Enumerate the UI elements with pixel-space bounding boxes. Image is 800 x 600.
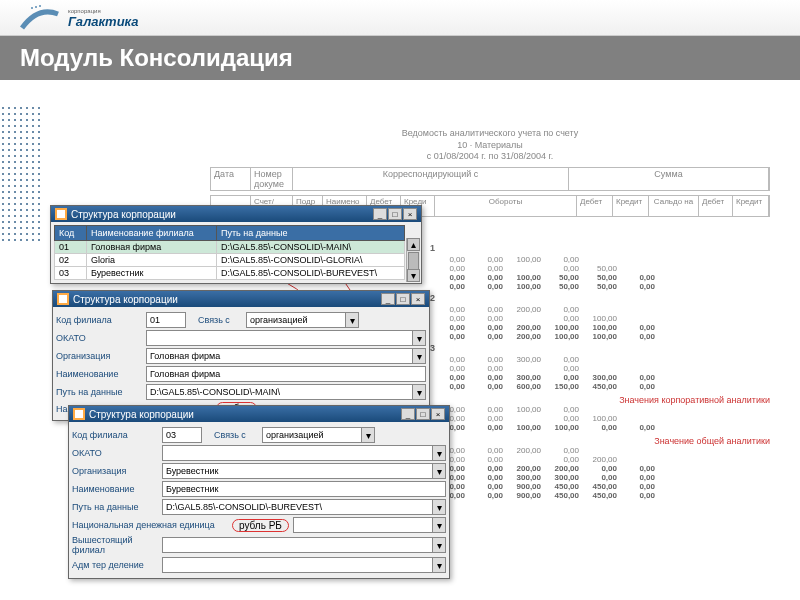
code-input[interactable]: [162, 427, 202, 443]
currency-value: рубль РБ: [232, 519, 289, 532]
svg-rect-4: [57, 210, 65, 218]
dropdown-icon[interactable]: ▾: [432, 499, 446, 515]
minimize-button[interactable]: _: [381, 293, 395, 305]
dropdown-icon[interactable]: ▾: [412, 384, 426, 400]
col-path[interactable]: Путь на данные: [217, 226, 405, 241]
label-path: Путь на данные: [56, 387, 146, 397]
label-code: Код филиала: [56, 315, 146, 325]
scroll-up-icon[interactable]: ▴: [407, 238, 420, 251]
link-input[interactable]: [262, 427, 362, 443]
app-icon: [73, 408, 85, 420]
dropdown-icon[interactable]: ▾: [432, 517, 446, 533]
path-input[interactable]: [146, 384, 413, 400]
label-path: Путь на данные: [72, 502, 162, 512]
svg-point-1: [35, 6, 37, 8]
link-input[interactable]: [246, 312, 346, 328]
label-name: Наименование: [72, 484, 162, 494]
decorative-dots: [0, 105, 40, 245]
dropdown-icon[interactable]: ▾: [412, 330, 426, 346]
name-input[interactable]: [146, 366, 426, 382]
label-adm: Адм тер деление: [72, 560, 162, 570]
svg-rect-6: [59, 295, 67, 303]
col-code[interactable]: Код: [55, 226, 87, 241]
minimize-button[interactable]: _: [401, 408, 415, 420]
maximize-button[interactable]: □: [416, 408, 430, 420]
logo-swoosh-icon: [20, 4, 60, 32]
table-row[interactable]: 01Головная фирмаD:\GAL5.85\-CONSOLID\-MA…: [55, 241, 405, 254]
logo-brand: Галактика: [68, 14, 139, 29]
code-input[interactable]: [146, 312, 186, 328]
okato-input[interactable]: [162, 445, 433, 461]
dropdown-icon[interactable]: ▾: [412, 348, 426, 364]
scroll-down-icon[interactable]: ▾: [407, 269, 420, 282]
close-button[interactable]: ×: [431, 408, 445, 420]
window-branch-01[interactable]: Структура корпорации _ □ × Код филиала С…: [52, 290, 430, 421]
window-structure-list[interactable]: Структура корпорации _ □ × Код Наименова…: [50, 205, 422, 284]
dropdown-icon[interactable]: ▾: [345, 312, 359, 328]
col-sum: Сумма: [569, 168, 769, 190]
path-input[interactable]: [162, 499, 433, 515]
app-icon: [55, 208, 67, 220]
page-title-bar: Модуль Консолидация: [0, 36, 800, 80]
app-icon: [57, 293, 69, 305]
col-corr: Корреспондирующий с: [293, 168, 569, 190]
dropdown-icon[interactable]: ▾: [432, 463, 446, 479]
minimize-button[interactable]: _: [373, 208, 387, 220]
page-title: Модуль Консолидация: [20, 44, 293, 72]
table-row[interactable]: 02GloriaD:\GAL5.85\-CONSOLID\-GLORIA\: [55, 254, 405, 267]
close-button[interactable]: ×: [403, 208, 417, 220]
adm-input[interactable]: [162, 557, 433, 573]
label-org: Организация: [72, 466, 162, 476]
label-okato: ОКАТО: [56, 333, 146, 343]
name-input[interactable]: [162, 481, 446, 497]
label-okato: ОКАТО: [72, 448, 162, 458]
col-num: Номер докуме: [251, 168, 293, 190]
scrollbar[interactable]: ▴ ▾: [406, 238, 420, 282]
label-parent: Вышестоящий филиал: [72, 535, 162, 555]
label-link: Связь с: [214, 430, 262, 440]
maximize-button[interactable]: □: [388, 208, 402, 220]
dropdown-icon[interactable]: ▾: [432, 445, 446, 461]
col-name[interactable]: Наименование филиала: [87, 226, 217, 241]
window-branch-03[interactable]: Структура корпорации _ □ × Код филиала С…: [68, 405, 450, 579]
window-titlebar[interactable]: Структура корпорации _ □ ×: [51, 206, 421, 222]
dropdown-icon[interactable]: ▾: [361, 427, 375, 443]
svg-rect-8: [75, 410, 83, 418]
window-title: Структура корпорации: [73, 294, 381, 305]
svg-point-0: [31, 7, 33, 9]
dropdown-icon[interactable]: ▾: [432, 537, 446, 553]
org-input[interactable]: [162, 463, 433, 479]
svg-point-2: [39, 5, 41, 7]
currency-input[interactable]: [293, 517, 433, 533]
top-bar: корпорация Галактика: [0, 0, 800, 36]
logo: корпорация Галактика: [20, 4, 780, 32]
col-date: Дата: [211, 168, 251, 190]
okato-input[interactable]: [146, 330, 413, 346]
close-button[interactable]: ×: [411, 293, 425, 305]
window-title: Структура корпорации: [71, 209, 373, 220]
report-title-3: с 01/08/2004 г. по 31/08/2004 г.: [210, 151, 770, 163]
label-link: Связь с: [198, 315, 246, 325]
org-input[interactable]: [146, 348, 413, 364]
report-title-1: Ведомость аналитического учета по счету: [210, 128, 770, 140]
dropdown-icon[interactable]: ▾: [432, 557, 446, 573]
label-name: Наименование: [56, 369, 146, 379]
corp-table[interactable]: Код Наименование филиала Путь на данные …: [54, 225, 405, 280]
report-header-row: Дата Номер докуме Корреспондирующий с Су…: [210, 167, 770, 191]
table-row[interactable]: 03БуревестникD:\GAL5.85\-CONSOLID\-BUREV…: [55, 267, 405, 280]
window-title: Структура корпорации: [89, 409, 401, 420]
report-title-2: 10 · Материалы: [210, 140, 770, 152]
label-org: Организация: [56, 351, 146, 361]
maximize-button[interactable]: □: [396, 293, 410, 305]
window-titlebar[interactable]: Структура корпорации _ □ ×: [69, 406, 449, 422]
label-currency: Национальная денежная единица: [72, 520, 232, 530]
window-titlebar[interactable]: Структура корпорации _ □ ×: [53, 291, 429, 307]
parent-input[interactable]: [162, 537, 433, 553]
label-code: Код филиала: [72, 430, 162, 440]
